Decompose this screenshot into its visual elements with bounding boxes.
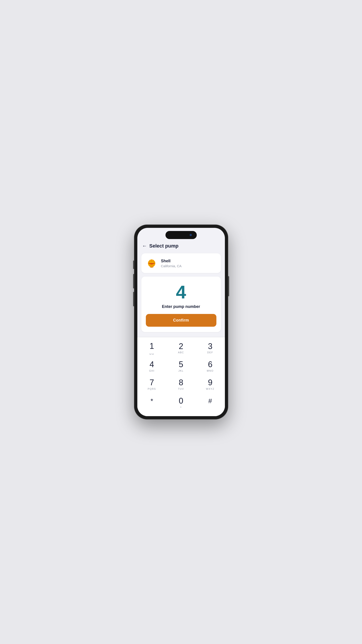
dial-digit-0: 0 xyxy=(179,396,183,406)
station-card: Shell California, CA xyxy=(141,253,221,273)
dial-digit-9: 9 xyxy=(208,378,212,387)
dial-letters-3: DEF xyxy=(207,351,213,354)
dial-digit-4: 4 xyxy=(150,360,154,369)
pump-card: 4 Enter pump number Confirm xyxy=(141,276,221,332)
pump-number-display: 4 xyxy=(176,283,186,301)
dial-letters-0: + xyxy=(180,406,182,409)
dial-letters-7: PQRS xyxy=(148,388,156,391)
volume-down-button[interactable] xyxy=(133,292,134,306)
dial-key-4[interactable]: 4GHI xyxy=(137,357,167,375)
dial-key-6[interactable]: 6MNO xyxy=(196,357,225,375)
pump-label: Enter pump number xyxy=(162,304,200,309)
dial-key-*[interactable]: * xyxy=(137,394,167,412)
dial-digit-2: 2 xyxy=(179,342,183,351)
dial-digit-3: 3 xyxy=(208,342,212,351)
dial-key-2[interactable]: 2ABC xyxy=(166,339,196,357)
dial-digit-7: 7 xyxy=(150,378,154,387)
dynamic-island xyxy=(166,231,197,239)
phone-screen: ← Select pump xyxy=(137,228,225,416)
dial-key-7[interactable]: 7PQRS xyxy=(137,376,167,394)
header: ← Select pump xyxy=(137,239,225,252)
dial-letters-6: MNO xyxy=(207,370,213,372)
dial-digit-1: 1 xyxy=(150,342,154,350)
station-name: Shell xyxy=(161,259,182,264)
dial-letters-4: GHI xyxy=(149,370,155,372)
phone-device: ← Select pump xyxy=(134,225,228,419)
station-info: Shell California, CA xyxy=(161,259,182,268)
dial-key-3[interactable]: 3DEF xyxy=(196,339,225,357)
dial-letters-9: WXYZ xyxy=(206,388,214,391)
dial-letters-5: JKL xyxy=(179,370,183,372)
dial-key-1[interactable]: 1␣␣ xyxy=(137,339,167,357)
dial-key-9[interactable]: 9WXYZ xyxy=(196,376,225,394)
dial-key-8[interactable]: 8TUV xyxy=(166,376,196,394)
dial-key-#[interactable]: # xyxy=(196,394,225,412)
back-button[interactable]: ← xyxy=(142,244,147,248)
camera-indicator xyxy=(189,234,192,236)
power-button[interactable] xyxy=(228,276,229,296)
dial-digit-*: * xyxy=(151,397,153,404)
dial-letters-8: TUV xyxy=(178,388,184,391)
dial-letters-2: ABC xyxy=(178,351,184,354)
dial-letters-1: ␣␣ xyxy=(149,351,154,354)
dial-key-0[interactable]: 0+ xyxy=(166,394,196,412)
station-location: California, CA xyxy=(161,264,182,268)
page-title: Select pump xyxy=(149,243,179,249)
dial-digit-6: 6 xyxy=(208,360,212,369)
dial-digit-8: 8 xyxy=(179,378,183,387)
dial-digit-#: # xyxy=(208,397,212,404)
dialpad: 1␣␣2ABC3DEF4GHI5JKL6MNO7PQRS8TUV9WXYZ*0+… xyxy=(137,337,225,416)
dial-key-5[interactable]: 5JKL xyxy=(166,357,196,375)
volume-up-button[interactable] xyxy=(133,274,134,288)
shell-logo-icon xyxy=(146,258,158,269)
dial-digit-5: 5 xyxy=(179,360,183,369)
confirm-button[interactable]: Confirm xyxy=(146,314,216,327)
app-content: ← Select pump xyxy=(137,239,225,416)
